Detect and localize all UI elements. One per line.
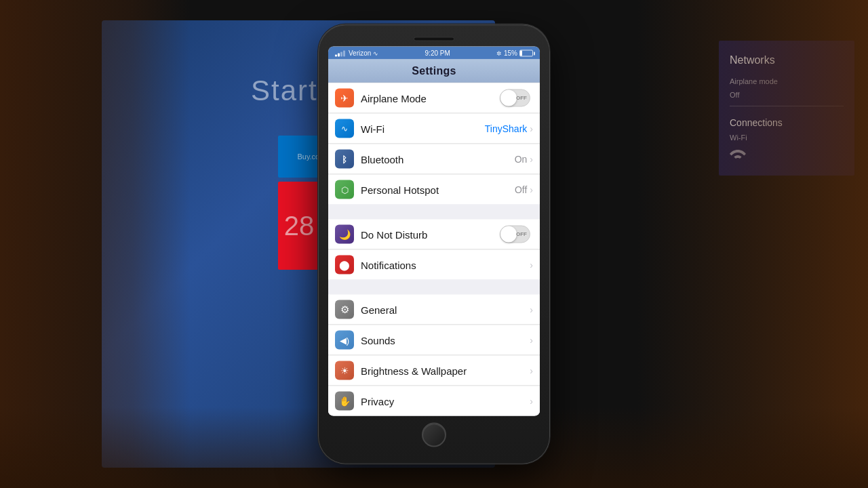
- win-network-wifi: Wi-Fi: [730, 134, 844, 142]
- win8-tile-4: 28: [278, 182, 320, 270]
- notifications-chevron: ›: [530, 260, 533, 270]
- airplane-mode-icon: ✈: [335, 89, 354, 108]
- general-chevron: ›: [530, 304, 533, 315]
- personal-hotspot-label: Personal Hotspot: [361, 184, 515, 195]
- wifi-chevron: ›: [530, 123, 533, 134]
- bluetooth-status-icon: ✲: [496, 49, 502, 56]
- win-network-item2: Off: [730, 91, 844, 99]
- cell-personal-hotspot[interactable]: ⬡ Personal Hotspot Off ›: [328, 175, 540, 205]
- sounds-label: Sounds: [361, 334, 530, 346]
- win-network-item1: Airplane mode: [730, 77, 844, 85]
- brightness-wallpaper-label: Brightness & Wallpaper: [361, 365, 530, 376]
- notifications-label: Notifications: [361, 259, 530, 270]
- general-cell-icon: ⚙: [335, 300, 354, 319]
- wifi-value: TinyShark: [485, 123, 528, 134]
- section-gap-2: [328, 280, 540, 295]
- battery-fill: [520, 50, 522, 56]
- home-button[interactable]: [422, 423, 446, 447]
- win-connections-title: Connections: [730, 117, 844, 128]
- signal-bars: [335, 49, 345, 56]
- section-notifications: 🌙 Do Not Disturb OFF ⬤ Notificati: [328, 220, 540, 280]
- cell-airplane-mode[interactable]: ✈ Airplane Mode OFF: [328, 83, 540, 114]
- win-network-panel: Networks Airplane mode Off Connections W…: [719, 41, 854, 176]
- nav-bar: Settings: [328, 60, 540, 83]
- cell-notifications[interactable]: ⬤ Notifications ›: [328, 250, 540, 280]
- cell-brightness-wallpaper[interactable]: ☀ Brightness & Wallpaper ›: [328, 356, 540, 386]
- bluetooth-value: On: [515, 154, 528, 165]
- hotspot-chevron: ›: [530, 184, 533, 195]
- win8-start-label: Start: [251, 75, 318, 107]
- status-bar: Verizon ∿ 9:20 PM ✲ 15%: [328, 47, 540, 60]
- wifi-icon: ∿: [373, 49, 378, 56]
- iphone-screen: Verizon ∿ 9:20 PM ✲ 15% Settings: [328, 47, 540, 416]
- privacy-label: Privacy: [361, 395, 530, 407]
- nav-title: Settings: [335, 65, 533, 77]
- section-general: ⚙ General › ◀) Sounds ›: [328, 295, 540, 416]
- carrier-label: Verizon: [349, 49, 371, 57]
- status-time: 9:20 PM: [425, 49, 450, 57]
- hotspot-cell-icon: ⬡: [335, 180, 354, 199]
- cell-general[interactable]: ⚙ General ›: [328, 295, 540, 325]
- iphone-shell: Verizon ∿ 9:20 PM ✲ 15% Settings: [319, 25, 549, 464]
- status-right: ✲ 15%: [496, 49, 533, 57]
- brightness-chevron: ›: [530, 365, 533, 376]
- hotspot-value: Off: [515, 184, 527, 195]
- wifi-label: Wi-Fi: [361, 123, 485, 134]
- section-connectivity: ✈ Airplane Mode OFF ∿ Wi-Fi: [328, 83, 540, 205]
- section-gap-1: [328, 205, 540, 220]
- airplane-mode-toggle[interactable]: OFF: [500, 89, 530, 107]
- sounds-chevron: ›: [530, 335, 533, 346]
- cell-do-not-disturb[interactable]: 🌙 Do Not Disturb OFF: [328, 220, 540, 250]
- bluetooth-label: Bluetooth: [361, 153, 515, 165]
- notifications-cell-icon: ⬤: [335, 256, 354, 274]
- cell-sounds[interactable]: ◀) Sounds ›: [328, 325, 540, 356]
- cell-bluetooth[interactable]: ᛒ Bluetooth On ›: [328, 144, 540, 175]
- status-left: Verizon ∿: [335, 49, 378, 57]
- battery-percent: 15%: [504, 49, 517, 57]
- airplane-mode-label: Airplane Mode: [361, 92, 500, 104]
- bluetooth-chevron: ›: [530, 154, 533, 165]
- privacy-chevron: ›: [530, 396, 533, 407]
- settings-list: ✈ Airplane Mode OFF ∿ Wi-Fi: [328, 83, 540, 416]
- dnd-cell-icon: 🌙: [335, 225, 354, 244]
- bluetooth-cell-icon: ᛒ: [335, 150, 354, 169]
- cell-privacy[interactable]: ✋ Privacy ›: [328, 386, 540, 416]
- wifi-cell-icon: ∿: [335, 119, 354, 138]
- general-label: General: [361, 304, 530, 315]
- iphone-device: Verizon ∿ 9:20 PM ✲ 15% Settings: [319, 25, 549, 464]
- cell-wifi[interactable]: ∿ Wi-Fi TinyShark ›: [328, 114, 540, 144]
- dnd-toggle[interactable]: OFF: [500, 226, 530, 243]
- battery-icon: [519, 49, 533, 56]
- privacy-cell-icon: ✋: [335, 392, 354, 411]
- iphone-speaker: [414, 37, 454, 41]
- brightness-cell-icon: ☀: [335, 361, 354, 380]
- dnd-label: Do Not Disturb: [361, 228, 500, 240]
- sounds-cell-icon: ◀): [335, 331, 354, 350]
- win-network-title: Networks: [730, 54, 844, 66]
